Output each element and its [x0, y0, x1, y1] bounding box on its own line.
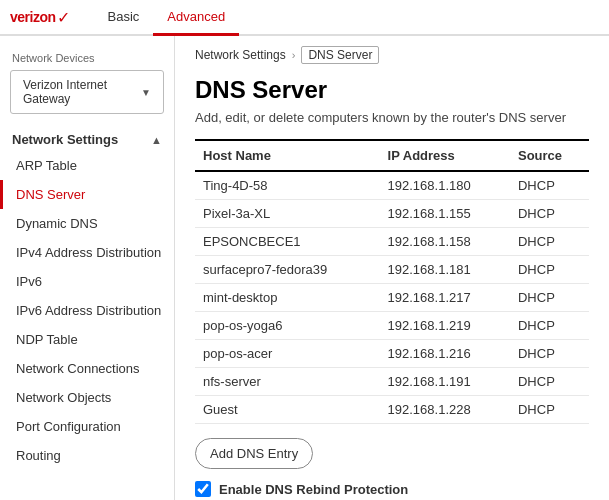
- sidebar-item-ipv6[interactable]: IPv6: [0, 267, 174, 296]
- page-description: Add, edit, or delete computers known by …: [195, 110, 589, 125]
- dns-rebind-label[interactable]: Enable DNS Rebind Protection: [219, 482, 408, 497]
- top-nav: verizon ✓ Basic Advanced: [0, 0, 609, 36]
- cell-source: DHCP: [510, 396, 589, 424]
- sidebar-item-arp-table[interactable]: ARP Table: [0, 151, 174, 180]
- sidebar-item-port-configuration[interactable]: Port Configuration: [0, 412, 174, 441]
- page-title: DNS Server: [195, 76, 589, 104]
- table-row[interactable]: Pixel-3a-XL192.168.1.155DHCP: [195, 200, 589, 228]
- cell-ip-address: 192.168.1.181: [380, 256, 510, 284]
- dns-rebind-protection: Enable DNS Rebind Protection: [195, 481, 589, 497]
- sidebar-item-ndp-table[interactable]: NDP Table: [0, 325, 174, 354]
- table-row[interactable]: EPSONCBECE1192.168.1.158DHCP: [195, 228, 589, 256]
- cell-source: DHCP: [510, 368, 589, 396]
- cell-source: DHCP: [510, 256, 589, 284]
- sidebar-item-ipv4-address-distribution[interactable]: IPv4 Address Distribution: [0, 238, 174, 267]
- add-dns-entry-button[interactable]: Add DNS Entry: [195, 438, 313, 469]
- sidebar: Network Devices Verizon Internet Gateway…: [0, 36, 175, 500]
- table-row[interactable]: surfacepro7-fedora39192.168.1.181DHCP: [195, 256, 589, 284]
- breadcrumb-parent: Network Settings: [195, 48, 286, 62]
- cell-source: DHCP: [510, 340, 589, 368]
- sidebar-item-ipv6-address-distribution[interactable]: IPv6 Address Distribution: [0, 296, 174, 325]
- cell-source: DHCP: [510, 284, 589, 312]
- breadcrumb: Network Settings › DNS Server: [195, 36, 589, 68]
- table-row[interactable]: nfs-server192.168.1.191DHCP: [195, 368, 589, 396]
- cell-source: DHCP: [510, 200, 589, 228]
- cell-ip-address: 192.168.1.228: [380, 396, 510, 424]
- cell-ip-address: 192.168.1.180: [380, 171, 510, 200]
- table-header: Host NameIP AddressSource: [195, 140, 589, 171]
- sidebar-item-dns-server[interactable]: DNS Server: [0, 180, 174, 209]
- dns-rebind-checkbox[interactable]: [195, 481, 211, 497]
- cell-source: DHCP: [510, 228, 589, 256]
- sidebar-group-network-settings[interactable]: Network Settings ▲: [0, 124, 174, 151]
- cell-host-name: pop-os-acer: [195, 340, 380, 368]
- cell-ip-address: 192.168.1.219: [380, 312, 510, 340]
- col-header-source: Source: [510, 140, 589, 171]
- dns-table: Host NameIP AddressSource Ting-4D-58192.…: [195, 139, 589, 424]
- cell-ip-address: 192.168.1.191: [380, 368, 510, 396]
- sidebar-item-dynamic-dns[interactable]: Dynamic DNS: [0, 209, 174, 238]
- table-row[interactable]: pop-os-acer192.168.1.216DHCP: [195, 340, 589, 368]
- dropdown-label: Verizon Internet Gateway: [23, 78, 141, 106]
- verizon-logo: verizon ✓: [10, 8, 70, 27]
- cell-host-name: pop-os-yoga6: [195, 312, 380, 340]
- cell-host-name: surfacepro7-fedora39: [195, 256, 380, 284]
- logo-check: ✓: [57, 8, 70, 27]
- network-device-dropdown[interactable]: Verizon Internet Gateway ▼: [10, 70, 164, 114]
- cell-ip-address: 192.168.1.158: [380, 228, 510, 256]
- content-area: Network Settings › DNS Server DNS Server…: [175, 36, 609, 500]
- sidebar-item-network-connections[interactable]: Network Connections: [0, 354, 174, 383]
- cell-host-name: Guest: [195, 396, 380, 424]
- col-header-ip-address: IP Address: [380, 140, 510, 171]
- cell-ip-address: 192.168.1.216: [380, 340, 510, 368]
- cell-source: DHCP: [510, 171, 589, 200]
- collapse-icon: ▲: [151, 134, 162, 146]
- group-label-text: Network Settings: [12, 132, 118, 147]
- table-row[interactable]: Guest192.168.1.228DHCP: [195, 396, 589, 424]
- table-body: Ting-4D-58192.168.1.180DHCPPixel-3a-XL19…: [195, 171, 589, 424]
- breadcrumb-separator: ›: [292, 49, 296, 61]
- cell-host-name: mint-desktop: [195, 284, 380, 312]
- tab-basic[interactable]: Basic: [94, 0, 154, 36]
- cell-host-name: Pixel-3a-XL: [195, 200, 380, 228]
- cell-host-name: Ting-4D-58: [195, 171, 380, 200]
- logo-text: verizon: [10, 9, 56, 25]
- cell-host-name: nfs-server: [195, 368, 380, 396]
- table-row[interactable]: pop-os-yoga6192.168.1.219DHCP: [195, 312, 589, 340]
- chevron-down-icon: ▼: [141, 87, 151, 98]
- table-row[interactable]: mint-desktop192.168.1.217DHCP: [195, 284, 589, 312]
- sidebar-item-network-objects[interactable]: Network Objects: [0, 383, 174, 412]
- breadcrumb-current: DNS Server: [301, 46, 379, 64]
- sidebar-section-label: Network Devices: [0, 46, 174, 66]
- table-row[interactable]: Ting-4D-58192.168.1.180DHCP: [195, 171, 589, 200]
- cell-source: DHCP: [510, 312, 589, 340]
- col-header-host-name: Host Name: [195, 140, 380, 171]
- cell-ip-address: 192.168.1.217: [380, 284, 510, 312]
- tab-advanced[interactable]: Advanced: [153, 0, 239, 36]
- cell-ip-address: 192.168.1.155: [380, 200, 510, 228]
- sidebar-items: ARP TableDNS ServerDynamic DNSIPv4 Addre…: [0, 151, 174, 470]
- sidebar-item-routing[interactable]: Routing: [0, 441, 174, 470]
- main-layout: Network Devices Verizon Internet Gateway…: [0, 36, 609, 500]
- cell-host-name: EPSONCBECE1: [195, 228, 380, 256]
